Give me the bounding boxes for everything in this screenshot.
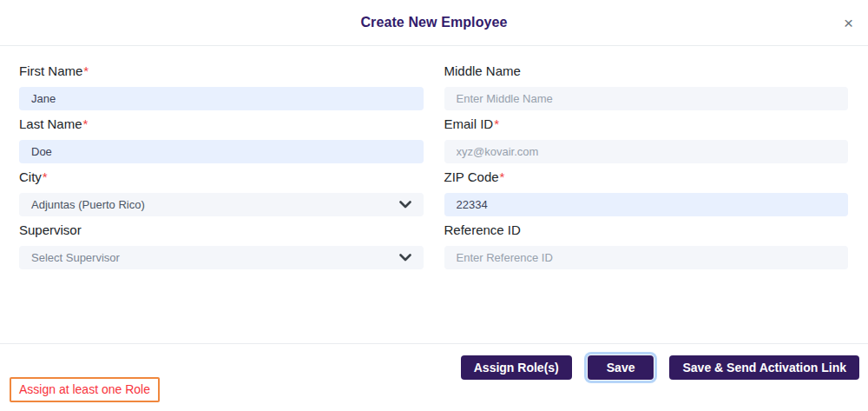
chevron-down-icon [399, 254, 411, 262]
save-button[interactable]: Save [588, 355, 654, 380]
create-employee-modal: Create New Employee × First Name* Middle… [0, 0, 868, 411]
field-city: City* Adjuntas (Puerto Rico) [19, 170, 424, 216]
required-asterisk: * [43, 169, 48, 184]
label-text: City [19, 169, 42, 184]
field-middle-name: Middle Name [444, 64, 849, 110]
city-label: City* [19, 170, 424, 183]
footer-buttons: Assign Role(s) Save Save & Send Activati… [0, 344, 868, 380]
zip-code-input[interactable] [444, 193, 849, 216]
supervisor-select-value: Select Supervisor [31, 246, 120, 269]
label-text: ZIP Code [444, 169, 499, 184]
reference-id-input[interactable] [444, 246, 849, 269]
label-text: Email ID [444, 116, 494, 131]
required-asterisk: * [83, 63, 89, 78]
supervisor-select[interactable]: Select Supervisor [19, 246, 424, 269]
first-name-label: First Name* [19, 64, 424, 77]
city-select[interactable]: Adjuntas (Puerto Rico) [19, 193, 424, 216]
modal-title: Create New Employee [360, 15, 507, 30]
required-asterisk: * [494, 116, 499, 131]
email-id-input[interactable] [444, 140, 849, 163]
label-text: First Name [19, 63, 82, 78]
last-name-label: Last Name* [19, 117, 424, 130]
label-text: Supervisor [19, 222, 82, 237]
reference-id-label: Reference ID [444, 223, 849, 236]
field-last-name: Last Name* [19, 117, 424, 163]
last-name-input[interactable] [19, 140, 424, 163]
required-asterisk: * [83, 116, 89, 131]
required-asterisk: * [500, 169, 505, 184]
field-email-id: Email ID* [444, 117, 849, 163]
validation-message: Assign at least one Role [10, 377, 160, 402]
field-first-name: First Name* [19, 64, 424, 110]
chevron-down-icon [399, 201, 411, 209]
email-id-label: Email ID* [444, 117, 849, 130]
assign-roles-button[interactable]: Assign Role(s) [461, 355, 572, 380]
label-text: Reference ID [444, 222, 521, 237]
label-text: Middle Name [444, 63, 521, 78]
first-name-input[interactable] [19, 87, 424, 110]
middle-name-input[interactable] [444, 87, 849, 110]
zip-code-label: ZIP Code* [444, 170, 849, 183]
field-zip-code: ZIP Code* [444, 170, 849, 216]
city-select-value: Adjuntas (Puerto Rico) [31, 193, 145, 216]
close-icon[interactable]: × [844, 15, 853, 31]
employee-form: First Name* Middle Name Last Name* Email… [0, 46, 868, 276]
field-reference-id: Reference ID [444, 223, 849, 269]
label-text: Last Name [19, 116, 82, 131]
save-send-activation-button[interactable]: Save & Send Activation Link [669, 355, 859, 380]
field-supervisor: Supervisor Select Supervisor [19, 223, 424, 269]
modal-header: Create New Employee × [0, 0, 868, 46]
supervisor-label: Supervisor [19, 223, 424, 236]
middle-name-label: Middle Name [444, 64, 849, 77]
